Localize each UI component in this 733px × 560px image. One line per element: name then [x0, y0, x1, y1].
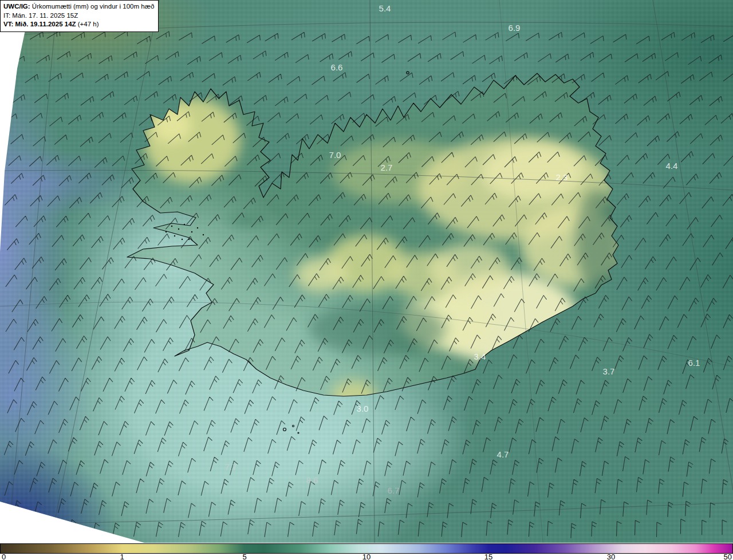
map-value-label: 6.9 [509, 23, 521, 33]
product-description: Úrkomumætti (mm) og vindur i 100m hæð [30, 3, 155, 10]
map-value-label: 7.7 [225, 462, 237, 472]
colorbar-tick: 50 [724, 553, 732, 560]
map-value-label: 7.0 [329, 150, 341, 160]
map-overlay: 5.46.96.67.02.72.34.43.46.13.73.04.77.78… [0, 0, 733, 543]
map-value-label: 3.4 [474, 352, 486, 361]
colorbar-tick: 10 [362, 553, 371, 560]
map-value-label: 5.4 [379, 3, 391, 13]
weather-map-app: 5.46.96.67.02.72.34.43.46.13.73.04.77.78… [0, 0, 733, 560]
colorbar-tick-labels: 01510153050 [0, 553, 733, 560]
product-code: UWC/IG: [3, 3, 30, 10]
map-boundary-wedges [0, 0, 144, 543]
map-value-label: 6.1 [688, 358, 700, 368]
valid-time-line: VT: Mið. 19.11.2025 14Z (+47 h) [3, 20, 154, 29]
colorbar-tick: 15 [484, 553, 492, 560]
map-value-label: 3.7 [603, 366, 615, 376]
colorbar-tick: 1 [120, 553, 124, 560]
map-value-label: 2.3 [556, 172, 568, 182]
map-value-label: 2.7 [381, 163, 393, 172]
colorbar-legend: 01510153050 [0, 543, 733, 560]
map-value-label: 3.0 [357, 404, 369, 413]
colorbar-tick: 0 [2, 553, 6, 560]
valid-offset: (+47 h) [76, 21, 99, 27]
map-value-label: 4.7 [497, 449, 509, 459]
init-time-line: IT: Mán. 17. 11. 2025 15Z [3, 11, 154, 21]
map-value-label: 8.6 [306, 475, 318, 485]
colorbar-tick: 5 [242, 553, 246, 560]
product-title-line: UWC/IG: Úrkomumætti (mm) og vindur i 100… [3, 2, 154, 11]
colorbar-tick: 30 [607, 553, 615, 560]
map-value-label: 6.7 [388, 486, 400, 495]
map-value-label: 6.6 [331, 62, 343, 72]
map-value-label: 4.4 [666, 161, 678, 171]
map-title-box: UWC/IG: Úrkomumætti (mm) og vindur i 100… [0, 0, 159, 32]
valid-time: VT: Mið. 19.11.2025 14Z [3, 21, 76, 27]
